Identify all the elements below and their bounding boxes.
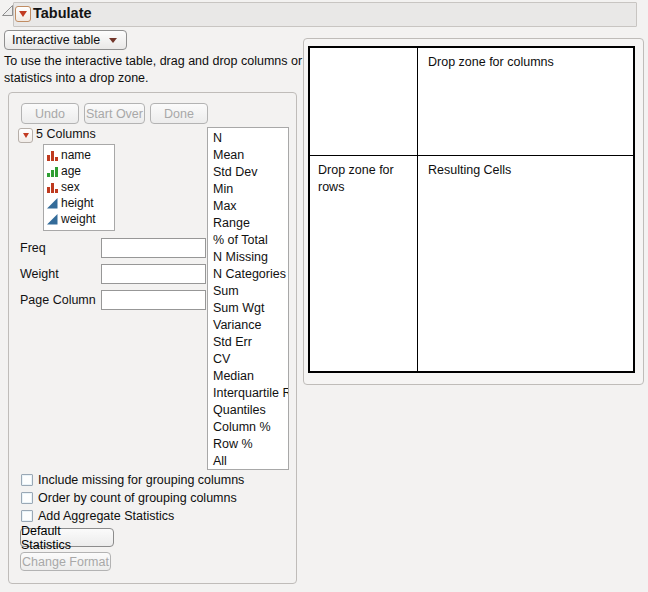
freq-label: Freq <box>20 241 46 255</box>
statistic-item[interactable]: % of Total <box>208 232 288 249</box>
statistic-item[interactable]: CV <box>208 351 288 368</box>
column-label: age <box>61 164 81 178</box>
statistic-item[interactable]: N Categories <box>208 266 288 283</box>
red-triangle-menu-icon[interactable] <box>15 6 31 22</box>
resulting-cells-zone[interactable]: Resulting Cells <box>418 156 633 371</box>
column-item[interactable]: weight <box>44 211 114 227</box>
statistic-item[interactable]: Quantiles <box>208 402 288 419</box>
column-item[interactable]: name <box>44 147 114 163</box>
start-over-button[interactable]: Start Over <box>84 103 145 124</box>
corner-cell <box>310 48 418 156</box>
freq-input[interactable] <box>101 238 206 258</box>
column-label: sex <box>61 180 80 194</box>
drop-zone-table: Drop zone for columns Drop zone for rows… <box>308 46 635 373</box>
statistic-item[interactable]: Sum Wgt <box>208 300 288 317</box>
drop-zone-panel: Drop zone for columns Drop zone for rows… <box>303 38 644 385</box>
nominal-column-icon <box>47 150 58 161</box>
statistic-item[interactable]: Interquartile Ra <box>208 385 288 402</box>
done-button[interactable]: Done <box>150 103 208 124</box>
statistic-item[interactable]: Row % <box>208 436 288 453</box>
checkbox-label: Order by count of grouping columns <box>38 491 237 505</box>
weight-input[interactable] <box>101 264 206 284</box>
nominal-column-icon <box>47 182 58 193</box>
continuous-column-icon <box>47 214 58 225</box>
default-statistics-button[interactable]: Default Statistics <box>20 528 114 547</box>
statistic-item[interactable]: Std Dev <box>208 164 288 181</box>
checkbox-row: Add Aggregate Statistics <box>21 508 174 523</box>
outline-title-bar[interactable] <box>13 2 637 27</box>
instruction-text: To use the interactive table, drag and d… <box>4 53 308 87</box>
checkbox-row: Include missing for grouping columns <box>21 472 244 487</box>
page-title: Tabulate <box>33 5 92 21</box>
undo-button[interactable]: Undo <box>21 103 79 124</box>
continuous-column-icon <box>47 198 58 209</box>
column-item[interactable]: sex <box>44 179 114 195</box>
statistic-item[interactable]: Mean <box>208 147 288 164</box>
statistics-listbox: N Mean Std Dev Min Max Range % of Total … <box>207 127 289 470</box>
checkbox-row: Order by count of grouping columns <box>21 490 237 505</box>
statistic-item[interactable]: Column % <box>208 419 288 436</box>
column-label: name <box>61 148 91 162</box>
checkbox-label: Include missing for grouping columns <box>38 473 244 487</box>
statistic-item[interactable]: Median <box>208 368 288 385</box>
add-aggregate-checkbox[interactable] <box>21 510 33 522</box>
column-item[interactable]: height <box>44 195 114 211</box>
columns-red-triangle-icon[interactable] <box>18 128 33 143</box>
statistic-item[interactable]: N Missing <box>208 249 288 266</box>
column-label: weight <box>61 212 96 226</box>
page-column-input[interactable] <box>101 290 206 310</box>
columns-listbox: name age sex height weight <box>43 144 115 231</box>
statistic-item[interactable]: Sum <box>208 283 288 300</box>
interactive-table-label: Interactive table <box>12 33 100 47</box>
change-format-button[interactable]: Change Format <box>20 552 111 571</box>
column-label: height <box>61 196 94 210</box>
drop-zone-columns[interactable]: Drop zone for columns <box>418 48 633 156</box>
interactive-table-dropdown[interactable]: Interactive table <box>4 30 127 50</box>
statistic-item[interactable]: All <box>208 453 288 470</box>
page-column-label: Page Column <box>20 293 96 307</box>
statistic-item[interactable]: Max <box>208 198 288 215</box>
drop-zone-rows[interactable]: Drop zone for rows <box>310 156 418 371</box>
columns-list-header: 5 Columns <box>36 127 96 141</box>
outline-collapse-icon[interactable] <box>1 4 14 17</box>
column-item[interactable]: age <box>44 163 114 179</box>
statistic-item[interactable]: Range <box>208 215 288 232</box>
weight-label: Weight <box>20 267 59 281</box>
include-missing-checkbox[interactable] <box>21 474 33 486</box>
statistic-item[interactable]: Std Err <box>208 334 288 351</box>
statistic-item[interactable]: Min <box>208 181 288 198</box>
statistic-item[interactable]: Variance <box>208 317 288 334</box>
checkbox-label: Add Aggregate Statistics <box>38 509 174 523</box>
order-by-count-checkbox[interactable] <box>21 492 33 504</box>
chevron-down-icon <box>109 38 117 43</box>
statistic-item[interactable]: N <box>208 130 288 147</box>
ordinal-column-icon <box>47 166 58 177</box>
